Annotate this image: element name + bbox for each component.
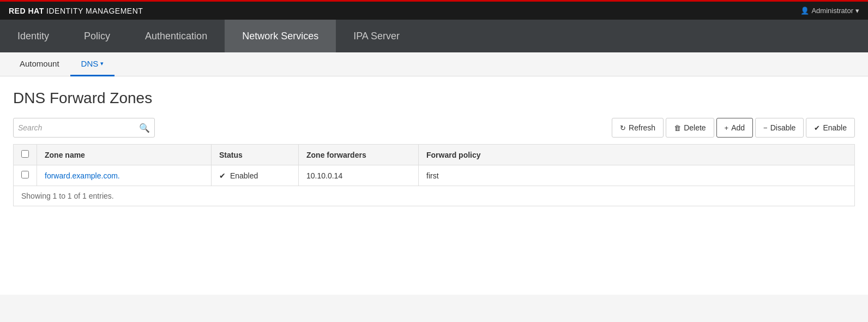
top-bar: RED HAT IDENTITY MANAGEMENT 👤 Administra…: [0, 0, 868, 20]
header-zone-name: Zone name: [37, 145, 212, 165]
row-zone-forwarders: 10.10.0.14: [299, 165, 419, 186]
nav-item-ipa-server[interactable]: IPA Server: [336, 20, 417, 52]
delete-icon: 🗑: [674, 124, 681, 132]
header-status: Status: [212, 145, 299, 165]
main-nav: Identity Policy Authentication Network S…: [0, 20, 868, 52]
add-label: Add: [731, 123, 745, 132]
search-box: 🔍: [13, 118, 155, 138]
row-zone-name: forward.example.com.: [37, 165, 212, 186]
row-checkbox[interactable]: [21, 171, 29, 178]
user-dropdown-icon: ▾: [855, 7, 859, 15]
row-checkbox-cell: [14, 165, 37, 186]
search-input[interactable]: [18, 123, 139, 132]
nav-item-network-services[interactable]: Network Services: [225, 20, 336, 52]
add-icon: +: [725, 124, 729, 132]
sub-nav-dns-label: DNS: [81, 59, 99, 68]
zone-name-link[interactable]: forward.example.com.: [45, 171, 120, 180]
sub-nav-dns[interactable]: DNS ▾: [70, 52, 115, 76]
entries-count: Showing 1 to 1 of 1 entries.: [21, 192, 114, 200]
brand-logo: RED HAT IDENTITY MANAGEMENT: [9, 7, 143, 15]
refresh-icon: ↻: [620, 124, 626, 132]
refresh-button[interactable]: ↻ Refresh: [612, 118, 664, 138]
product-name: IDENTITY MANAGEMENT: [44, 7, 143, 15]
page-content: DNS Forward Zones 🔍 ↻ Refresh 🗑 Delete +…: [0, 76, 868, 295]
status-check-icon: ✔: [219, 171, 226, 180]
user-label: Administrator: [811, 7, 853, 15]
row-forward-policy: first: [419, 165, 855, 186]
search-icon[interactable]: 🔍: [139, 123, 150, 133]
nav-item-policy[interactable]: Policy: [67, 20, 128, 52]
nav-item-authentication[interactable]: Authentication: [128, 20, 225, 52]
table-header-row: Zone name Status Zone forwarders Forward…: [14, 145, 855, 165]
delete-button[interactable]: 🗑 Delete: [666, 118, 714, 138]
nav-item-identity[interactable]: Identity: [0, 20, 67, 52]
table-row: forward.example.com. ✔ Enabled 10.10.0.1…: [14, 165, 855, 186]
row-status: ✔ Enabled: [212, 165, 299, 186]
user-menu[interactable]: 👤 Administrator ▾: [800, 7, 859, 15]
disable-icon: −: [763, 124, 768, 132]
enable-button[interactable]: ✔ Enable: [806, 118, 855, 138]
action-buttons: ↻ Refresh 🗑 Delete + Add − Disable ✔ Ena…: [612, 118, 855, 138]
sub-nav: Automount DNS ▾: [0, 52, 868, 76]
disable-label: Disable: [770, 123, 796, 132]
header-zone-forwarders: Zone forwarders: [299, 145, 419, 165]
dns-dropdown-chevron: ▾: [100, 60, 104, 67]
brand-name: RED HAT: [9, 7, 44, 15]
enable-label: Enable: [823, 123, 847, 132]
dns-zones-table: Zone name Status Zone forwarders Forward…: [13, 144, 855, 186]
user-icon: 👤: [800, 7, 809, 15]
disable-button[interactable]: − Disable: [755, 118, 804, 138]
select-all-checkbox[interactable]: [21, 150, 29, 158]
status-text: Enabled: [230, 171, 258, 180]
table-footer: Showing 1 to 1 of 1 entries.: [13, 186, 855, 206]
sub-nav-automount[interactable]: Automount: [9, 52, 70, 76]
header-checkbox-col: [14, 145, 37, 165]
enable-icon: ✔: [814, 124, 820, 132]
delete-label: Delete: [684, 123, 706, 132]
header-forward-policy: Forward policy: [419, 145, 855, 165]
refresh-label: Refresh: [629, 123, 655, 132]
add-button[interactable]: + Add: [716, 118, 754, 138]
toolbar: 🔍 ↻ Refresh 🗑 Delete + Add − Disable ✔ E…: [13, 118, 855, 144]
page-title: DNS Forward Zones: [13, 90, 855, 107]
